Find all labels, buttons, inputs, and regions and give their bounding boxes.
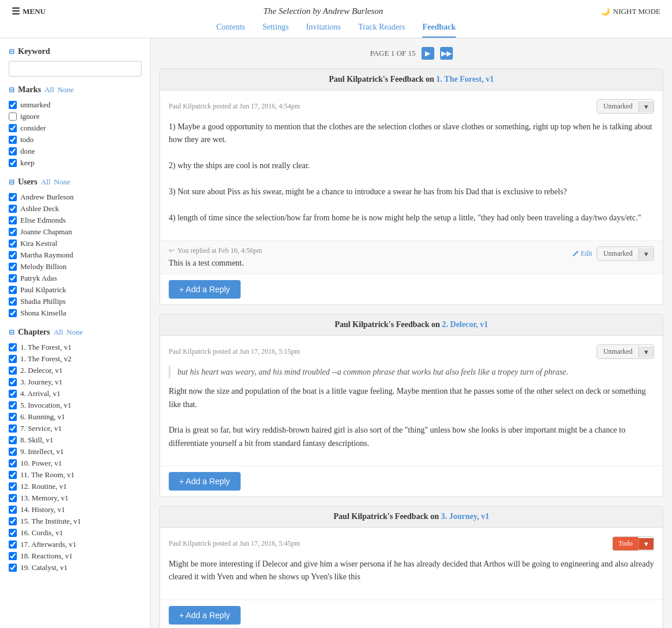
mark-todo-label: todo [20,135,34,144]
card-3-post-time: Paul Kilpatrick posted at Jun 17, 2016, … [169,539,300,548]
card-1-add-reply-button[interactable]: + Add a Reply [169,280,241,299]
user-andrew-checkbox[interactable] [9,193,17,201]
user-paul-checkbox[interactable] [9,286,17,294]
user-kira-checkbox[interactable] [9,239,17,248]
user-melody-checkbox[interactable] [9,263,17,271]
users-none-link[interactable]: None [54,177,70,187]
chapter-9v1-checkbox[interactable] [9,448,17,456]
marks-header: ⊟ Marks All None [9,85,141,95]
mark-done-checkbox[interactable] [9,147,17,155]
card-2-add-reply-bar: + Add a Reply [160,466,663,496]
chapter-11v1-label: 11. The Room, v1 [20,470,75,480]
chapter-5v1-checkbox[interactable] [9,401,17,409]
chapter-13v1-checkbox[interactable] [9,494,17,502]
chapter-1v1-checkbox[interactable] [9,343,17,351]
marks-list: unmarked ignore consider todo done keep [9,99,141,169]
tab-invitations[interactable]: Invitations [306,23,341,38]
chapter-5v1-label: 5. Invocation, v1 [20,401,71,410]
mark-consider-checkbox[interactable] [9,124,17,132]
list-item: 19. Catalyst, v1 [9,562,141,573]
list-item: Patryk Adas [9,273,141,284]
tab-feedback[interactable]: Feedback [422,23,456,38]
list-item: Shona Kinsella [9,307,141,319]
user-martha-checkbox[interactable] [9,251,17,259]
sidebar: ⊟ Keyword ⊟ Marks All None unmarked igno… [0,38,151,628]
card-2-add-reply-button[interactable]: + Add a Reply [169,472,241,491]
card-3-post-meta: Paul Kilpatrick posted at Jun 17, 2016, … [169,536,654,551]
card-1-reply-mark-dropdown[interactable]: Unmarked ▼ [597,246,654,261]
tab-track-readers[interactable]: Track Readers [358,23,405,38]
chapter-14v1-checkbox[interactable] [9,506,17,514]
user-patryk-label: Patryk Adas [20,274,57,283]
page-last-button[interactable]: ▶▶ [440,47,453,60]
list-item: 16. Cordis, v1 [9,527,141,539]
chapter-18v1-checkbox[interactable] [9,552,17,560]
user-joanne-checkbox[interactable] [9,228,17,236]
card-1-reply-mark-arrow: ▼ [638,248,653,260]
chapter-17v1-label: 17. Afterwards, v1 [20,540,77,549]
user-patryk-checkbox[interactable] [9,274,17,282]
chapter-8v1-checkbox[interactable] [9,436,17,444]
chapter-1v2-checkbox[interactable] [9,355,17,363]
users-collapse-icon[interactable]: ⊟ [9,178,14,187]
card-1-reply-meta: ↩ You replied at Feb 16, 4:56pm [169,246,262,255]
chapter-19v1-checkbox[interactable] [9,564,17,572]
mark-todo-checkbox[interactable] [9,136,17,144]
card-2-post-time: Paul Kilpatrick posted at Jun 17, 2016, … [169,347,300,356]
chapter-11v1-checkbox[interactable] [9,471,17,479]
chapter-15v1-checkbox[interactable] [9,517,17,525]
list-item: consider [9,122,141,134]
chapters-collapse-icon[interactable]: ⊟ [9,328,14,337]
card-1-mark-dropdown[interactable]: Unmarked ▼ [597,99,654,114]
user-elise-checkbox[interactable] [9,216,17,224]
menu-button[interactable]: ☰ MENU [12,6,46,17]
card-2-mark-dropdown[interactable]: Unmarked ▼ [597,344,654,359]
chapters-all-link[interactable]: All [53,328,63,337]
user-ashlee-checkbox[interactable] [9,205,17,213]
night-mode-label: NIGHT MODE [613,7,660,16]
card-2-chapter-link[interactable]: 2. Delecor, v1 [442,320,488,329]
tab-contents[interactable]: Contents [216,23,245,38]
chapter-1v1-label: 1. The Forest, v1 [20,343,71,352]
chapter-6v1-checkbox[interactable] [9,413,17,421]
mark-unmarked-checkbox[interactable] [9,101,17,109]
chapter-2v1-checkbox[interactable] [9,366,17,375]
chapter-10v1-checkbox[interactable] [9,459,17,467]
chapter-4v1-checkbox[interactable] [9,390,17,398]
night-mode-button[interactable]: 🌙 NIGHT MODE [601,7,660,16]
header: ☰ MENU The Selection by Andrew Burleson … [0,0,672,38]
chapter-16v1-checkbox[interactable] [9,529,17,537]
chapter-17v1-checkbox[interactable] [9,540,17,549]
list-item: Elise Edmonds [9,215,141,226]
chapter-12v1-checkbox[interactable] [9,482,17,491]
mark-ignore-checkbox[interactable] [9,112,17,121]
menu-label: MENU [23,7,46,16]
users-all-link[interactable]: All [41,177,50,187]
marks-all-link[interactable]: All [45,85,55,95]
chapter-7v1-checkbox[interactable] [9,424,17,433]
mark-keep-checkbox[interactable] [9,159,17,167]
user-shadia-checkbox[interactable] [9,297,17,306]
page-next-button[interactable]: ▶ [422,47,434,60]
list-item: 13. Memory, v1 [9,492,141,504]
keyword-collapse-icon[interactable]: ⊟ [9,48,14,56]
card-1-chapter-link[interactable]: 1. The Forest, v1 [436,75,493,84]
users-list: Andrew Burleson Ashlee Deck Elise Edmond… [9,191,141,319]
user-shona-checkbox[interactable] [9,309,17,317]
card-1-edit-button[interactable]: Edit [572,249,592,258]
marks-collapse-icon[interactable]: ⊟ [9,86,14,95]
chapters-none-link[interactable]: None [67,328,83,337]
tab-settings[interactable]: Settings [263,23,289,38]
chapter-9v1-label: 9. Intellect, v1 [20,447,64,456]
feedback-card-2: Paul Kilpatrick's Feedback on 2. Delecor… [159,314,663,497]
keyword-input[interactable] [9,61,141,77]
marks-title: Marks [18,85,41,95]
menu-icon: ☰ [12,6,20,17]
card-3-mark-dropdown[interactable]: Todo ▼ [612,536,654,551]
card-2-header: Paul Kilpatrick's Feedback on 2. Delecor… [160,314,663,336]
marks-none-link[interactable]: None [57,85,74,95]
marks-section: ⊟ Marks All None unmarked ignore conside… [9,85,141,169]
chapter-3v1-checkbox[interactable] [9,378,17,386]
card-3-add-reply-button[interactable]: + Add a Reply [169,606,241,625]
card-3-chapter-link[interactable]: 3. Journey, v1 [441,512,489,521]
